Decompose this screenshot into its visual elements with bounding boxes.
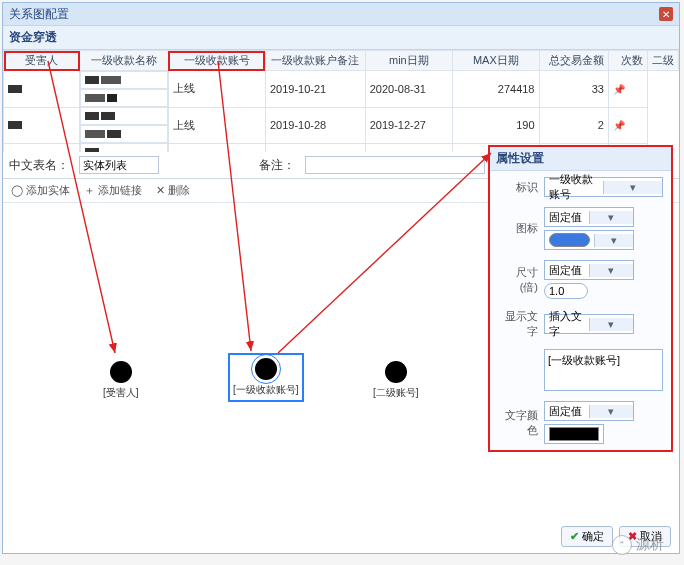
node-victim[interactable]: [受害人] bbox=[103, 361, 139, 400]
watermark: “源析 bbox=[612, 535, 664, 555]
col-min-date[interactable]: min日期 bbox=[365, 51, 452, 71]
label-text: 显示文字 bbox=[498, 309, 538, 339]
label-size: 尺寸(倍) bbox=[498, 265, 538, 295]
id-select[interactable]: 一级收款账号▾ bbox=[544, 177, 663, 197]
col-victim[interactable]: 受害人 bbox=[4, 51, 80, 71]
text-value-textarea[interactable]: [一级收款账号] bbox=[544, 349, 663, 391]
delete-button[interactable]: ✕删除 bbox=[156, 183, 190, 198]
size-mode-select[interactable]: 固定值▾ bbox=[544, 260, 634, 280]
chevron-down-icon: ▾ bbox=[603, 181, 662, 194]
close-icon[interactable]: ✕ bbox=[659, 7, 673, 21]
col-acct1[interactable]: 一级收款账号 bbox=[168, 51, 265, 71]
data-table: 受害人 一级收款名称 一级收款账号 一级收款账户备注 min日期 MAX日期 总… bbox=[3, 50, 679, 152]
icon-mode-select[interactable]: 固定值▾ bbox=[544, 207, 634, 227]
text-mode-select[interactable]: 插入文字▾ bbox=[544, 314, 634, 334]
icon-color-select[interactable]: ▾ bbox=[544, 230, 634, 250]
property-panel: 属性设置 标识 一级收款账号▾ 图标 固定值▾ ▾ 尺寸(倍) 固定值▾ 1.0… bbox=[488, 145, 673, 452]
property-title: 属性设置 bbox=[490, 147, 671, 171]
node-acct2[interactable]: [二级账号] bbox=[373, 361, 419, 400]
col-max-date[interactable]: MAX日期 bbox=[453, 51, 539, 71]
color-mode-select[interactable]: 固定值▾ bbox=[544, 401, 634, 421]
section-header: 资金穿透 bbox=[3, 25, 679, 50]
cn-name-input[interactable] bbox=[79, 156, 159, 174]
node-acct1[interactable]: [一级收款账号] bbox=[228, 353, 304, 402]
col-total[interactable]: 总交易金额 bbox=[539, 51, 608, 71]
pin-icon: 📌 bbox=[613, 84, 625, 95]
label-note: 备注： bbox=[259, 157, 295, 174]
label-icon: 图标 bbox=[498, 221, 538, 236]
add-entity-button[interactable]: ◯添加实体 bbox=[11, 183, 70, 198]
color-swatch-select[interactable] bbox=[544, 424, 604, 444]
col-count[interactable]: 次数 bbox=[608, 51, 647, 71]
label-color: 文字颜色 bbox=[498, 408, 538, 438]
size-value-input[interactable]: 1.0 bbox=[544, 283, 588, 299]
table-row[interactable]: 上线 2019-10-21 2020-08-31 274418 33 📌 bbox=[4, 71, 679, 108]
col-note1[interactable]: 一级收款账户备注 bbox=[265, 51, 365, 71]
table-row[interactable]: 上线 2019-10-28 2019-12-27 190 2 📌 bbox=[4, 107, 679, 143]
ok-button[interactable]: ✔确定 bbox=[561, 526, 613, 547]
label-cn-name: 中文表名： bbox=[9, 157, 69, 174]
col-l2[interactable]: 二级 bbox=[647, 51, 678, 71]
add-link-button[interactable]: ＋添加链接 bbox=[84, 183, 142, 198]
titlebar: 关系图配置 ✕ bbox=[3, 3, 679, 25]
col-name1[interactable]: 一级收款名称 bbox=[80, 51, 168, 71]
note-input[interactable] bbox=[305, 156, 485, 174]
window-title: 关系图配置 bbox=[9, 6, 69, 23]
label-id: 标识 bbox=[498, 180, 538, 195]
